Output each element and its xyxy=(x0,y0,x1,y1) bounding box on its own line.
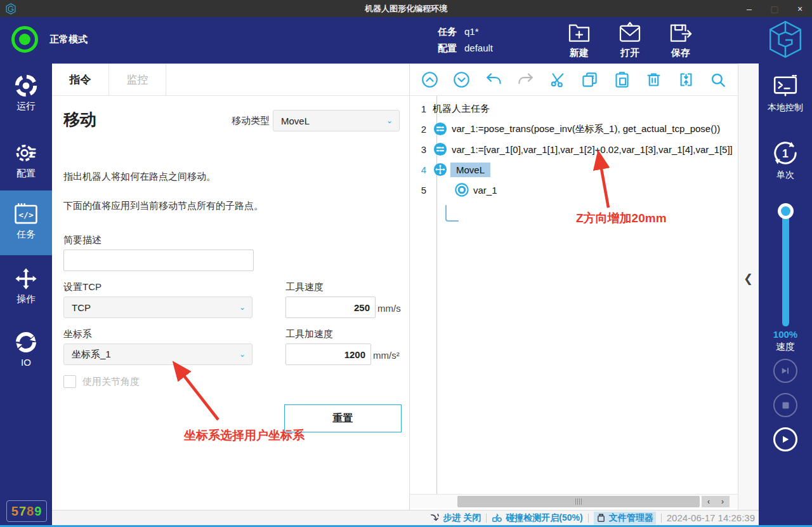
move-arrows-icon xyxy=(14,267,38,291)
delete-icon[interactable] xyxy=(645,71,662,88)
maximize-button[interactable]: ▢ xyxy=(766,2,783,16)
move-up-icon[interactable] xyxy=(421,71,438,88)
config-value: default xyxy=(464,43,493,53)
sidebar-item-operate[interactable]: 操作 xyxy=(0,267,52,305)
single-run-item[interactable]: 1 单次 xyxy=(759,138,812,181)
code-line-2[interactable]: 2 var_1:=pose_trans(pose_inv(坐标系_1), get… xyxy=(410,119,738,139)
slider-track[interactable] xyxy=(782,207,789,326)
scroll-right-icon[interactable]: › xyxy=(721,497,724,506)
collision-detect-toggle[interactable]: 碰撞检测开启(50%) xyxy=(492,512,582,524)
sidebar-item-task[interactable]: </> 任务 xyxy=(0,202,52,241)
code-panel: 1 机器人主任务 2 var_1:=pose_trans(pose_inv(坐标… xyxy=(409,63,738,510)
minimize-button[interactable]: – xyxy=(741,2,757,16)
speed-slider xyxy=(759,198,812,329)
file-manager-button[interactable]: 文件管理器 xyxy=(594,512,656,524)
left-sidebar: 运行 配置 </> 任务 操作 xyxy=(0,63,52,527)
panel-collapse-gutter: ❮ xyxy=(738,63,759,510)
copy-icon[interactable] xyxy=(581,71,598,88)
svg-text:1: 1 xyxy=(782,147,789,160)
new-button[interactable]: 新建 xyxy=(560,20,599,59)
code-line-1[interactable]: 1 机器人主任务 xyxy=(410,98,738,119)
right-sidebar: 本地控制 1 单次 100% 速度 xyxy=(759,63,812,527)
move-node-icon xyxy=(433,163,447,177)
mode-status-icon xyxy=(11,26,38,53)
step-next-button[interactable] xyxy=(773,359,797,383)
stop-button[interactable] xyxy=(773,393,797,417)
brief-label: 简要描述 xyxy=(63,234,102,246)
sidebar-item-config[interactable]: 配置 xyxy=(0,141,52,180)
run-icon xyxy=(14,74,38,98)
svg-text:</>: </> xyxy=(18,210,34,220)
horizontal-scrollbar[interactable]: ‹ › xyxy=(410,494,738,508)
description-line2: 下面的值将应用到当前移动节点所有的子路点。 xyxy=(63,200,263,212)
step-mode-toggle[interactable]: 步进 关闭 xyxy=(430,512,481,524)
brand-logo-icon xyxy=(766,20,804,59)
tool-speed-input[interactable] xyxy=(285,297,376,318)
save-icon xyxy=(668,20,693,46)
io-cycle-icon xyxy=(14,330,38,354)
paste-icon[interactable] xyxy=(613,71,631,88)
undo-icon[interactable] xyxy=(485,71,502,88)
assign-node-icon xyxy=(433,122,447,136)
skip-next-icon xyxy=(780,365,791,377)
scrollbar-thumb[interactable] xyxy=(457,496,700,507)
terminal-icon xyxy=(771,72,799,100)
frame-label: 坐标系 xyxy=(63,328,92,340)
code-line-4-selected[interactable]: 4 MoveL xyxy=(410,159,738,180)
page-title: 移动 xyxy=(63,109,96,131)
z-offset-annotation: Z方向增加20mm xyxy=(576,210,667,227)
insert-icon[interactable] xyxy=(678,71,695,88)
tool-speed-unit: mm/s xyxy=(377,303,401,314)
open-button[interactable]: 打开 xyxy=(610,20,650,59)
sidebar-item-run[interactable]: 运行 xyxy=(0,74,52,112)
play-icon xyxy=(780,434,790,444)
joint-angle-checkbox[interactable] xyxy=(63,375,76,388)
scroll-left-icon[interactable]: ‹ xyxy=(707,497,710,506)
move-type-dropdown[interactable]: MoveL ⌄ xyxy=(273,110,400,131)
frame-annotation: 坐标系选择用户坐标系 xyxy=(184,427,304,444)
tool-accel-unit: mm/s² xyxy=(373,350,400,361)
assign-node-icon xyxy=(433,142,447,156)
status-timestamp: 2024-06-17 14:26:39 xyxy=(667,512,755,523)
tcp-label: 设置TCP xyxy=(63,281,102,293)
local-control-item[interactable]: 本地控制 xyxy=(759,72,812,114)
task-label: 任务 xyxy=(438,26,457,37)
chevron-down-icon: ⌄ xyxy=(233,344,252,364)
captcha-code: 5 7 8 9 xyxy=(6,500,47,522)
speed-label: 速度 xyxy=(759,341,812,353)
cut-icon[interactable] xyxy=(549,71,566,88)
code-window-icon: </> xyxy=(13,202,39,226)
tree-connector xyxy=(445,205,459,222)
search-icon[interactable] xyxy=(709,71,726,88)
play-button[interactable] xyxy=(773,427,797,451)
config-label: 配置 xyxy=(438,43,457,53)
code-line-5[interactable]: 5 var_1 xyxy=(410,180,738,200)
tool-speed-label: 工具速度 xyxy=(285,281,324,293)
speed-percent: 100% xyxy=(759,329,812,340)
status-bar: 步进 关闭 碰撞检测开启(50%) 文件管理器 2024-06-17 14:26… xyxy=(52,510,759,525)
move-type-label: 移动类型 xyxy=(232,115,270,127)
collapse-panel-icon[interactable]: ❮ xyxy=(743,272,753,286)
brief-input[interactable] xyxy=(63,250,254,271)
chevron-down-icon: ⌄ xyxy=(233,297,252,317)
open-file-icon xyxy=(617,20,643,46)
save-button[interactable]: 保存 xyxy=(661,20,700,59)
gear-icon xyxy=(14,141,38,165)
waypoint-node-icon xyxy=(455,183,469,197)
usb-drive-icon xyxy=(596,513,606,523)
window-title: 机器人图形化编程环境 xyxy=(0,3,812,15)
sidebar-item-io[interactable]: IO xyxy=(0,330,52,368)
chevron-down-icon: ⌄ xyxy=(380,110,399,131)
tab-instruction[interactable]: 指令 xyxy=(52,64,109,95)
joint-angle-checkbox-row: 使用关节角度 xyxy=(63,375,140,388)
slider-handle[interactable] xyxy=(778,203,794,219)
tab-monitor[interactable]: 监控 xyxy=(109,64,166,95)
frame-dropdown[interactable]: 坐标系_1 ⌄ xyxy=(63,344,252,365)
move-down-icon[interactable] xyxy=(453,71,470,88)
close-button[interactable]: × xyxy=(792,2,808,16)
tool-accel-input[interactable] xyxy=(285,344,371,365)
tcp-dropdown[interactable]: TCP ⌄ xyxy=(63,297,252,318)
stop-icon xyxy=(781,401,790,410)
redo-icon[interactable] xyxy=(517,71,534,88)
code-line-3[interactable]: 3 var_1:=[var_1[0],var_1[1],var_1[2]+0.0… xyxy=(410,139,738,159)
